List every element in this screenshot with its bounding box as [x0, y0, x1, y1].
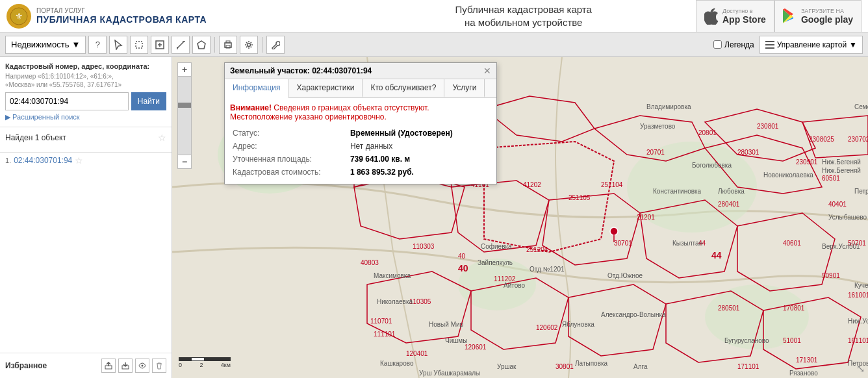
- googleplay-name: Google play: [801, 14, 853, 25]
- svg-text:Константиновка: Константиновка: [653, 188, 702, 195]
- popup-close-button[interactable]: ✕: [483, 66, 491, 75]
- result-link[interactable]: 02:44:030701:94: [14, 156, 72, 165]
- favorites-export-button[interactable]: [101, 359, 116, 373]
- map-control-label: Управление картой: [777, 40, 847, 49]
- legend-checkbox-label[interactable]: Легенда: [713, 40, 754, 49]
- svg-text:Уршак: Уршак: [497, 363, 517, 370]
- popup-tab-info[interactable]: Информация: [225, 79, 288, 98]
- popup-tab-characteristics[interactable]: Характеристики: [288, 79, 363, 97]
- svg-text:230801: 230801: [757, 123, 779, 130]
- svg-text:251104: 251104: [601, 181, 623, 188]
- measure-line-button[interactable]: [172, 36, 190, 54]
- googleplay-text: ЗАГРУЗИТЕ НА Google play: [801, 8, 853, 25]
- svg-text:120401: 120401: [406, 350, 428, 357]
- import-icon: [121, 362, 129, 370]
- popup-tab-services[interactable]: Услуги: [444, 79, 485, 97]
- favorites-section: Избранное: [0, 353, 172, 378]
- zoom-slider[interactable]: [177, 77, 192, 155]
- favorites-view-button[interactable]: [135, 359, 149, 373]
- search-hint: Например «61:6:10104:12», «61:6:», «Моск…: [5, 72, 166, 89]
- svg-text:Новый Мир: Новый Мир: [429, 321, 464, 328]
- logo-text: ПОРТАЛ УСЛУГ ПУБЛИЧНАЯ КАДАСТРОВАЯ КАРТА: [36, 7, 207, 25]
- svg-rect-2: [136, 42, 142, 48]
- svg-text:30701: 30701: [614, 240, 632, 247]
- search-button[interactable]: Найти: [131, 92, 166, 110]
- svg-text:40: 40: [458, 253, 466, 260]
- svg-text:171101: 171101: [737, 363, 760, 370]
- zoom-area-button[interactable]: [151, 36, 169, 54]
- svg-text:171301: 171301: [796, 357, 818, 364]
- print-button[interactable]: [219, 36, 237, 54]
- svg-point-21: [142, 365, 144, 367]
- svg-text:44: 44: [711, 250, 722, 260]
- map-area[interactable]: 50101 50103 40803 110701 40 40 110303 11…: [172, 57, 868, 378]
- zoom-in-button[interactable]: +: [177, 62, 192, 77]
- legend-checkbox[interactable]: [713, 40, 722, 49]
- svg-marker-9: [198, 41, 205, 49]
- svg-text:120602: 120602: [536, 324, 558, 331]
- svg-text:Уразметово: Уразметово: [640, 123, 676, 130]
- svg-text:2308025: 2308025: [809, 136, 834, 143]
- help-button[interactable]: ?: [88, 36, 107, 54]
- svg-text:251105: 251105: [568, 194, 591, 201]
- svg-text:Новониколаевка: Новониколаевка: [763, 171, 813, 179]
- googleplay-button[interactable]: ЗАГРУЗИТЕ НА Google play: [774, 0, 862, 32]
- appstore-text: Доступно в App Store: [722, 8, 766, 25]
- pointer-button[interactable]: [109, 36, 127, 54]
- settings-icon: [244, 40, 253, 49]
- results-count: Найден 1 объект: [5, 133, 66, 142]
- svg-text:Александро-Волынка: Александро-Волынка: [601, 311, 666, 318]
- realty-dropdown[interactable]: Недвижимость ▼: [5, 36, 86, 54]
- svg-text:Алга: Алга: [633, 363, 648, 370]
- parcel-popup: Земельный участок: 02:44:030701:94 ✕ Инф…: [224, 62, 497, 184]
- popup-table: Статус: Временный (Удостоверен) Адрес: Н…: [230, 127, 491, 179]
- zoom-controls: + −: [177, 62, 192, 169]
- field-label-status: Статус:: [230, 127, 348, 140]
- map-control-button[interactable]: Управление картой ▼: [760, 36, 863, 54]
- popup-tab-service[interactable]: Кто обслуживает?: [363, 79, 444, 97]
- toolbar-sep-1: [214, 37, 215, 53]
- favorites-import-button[interactable]: [118, 359, 133, 373]
- results-star-icon[interactable]: ☆: [158, 132, 166, 143]
- svg-text:20801: 20801: [698, 129, 717, 136]
- appstore-name: App Store: [722, 14, 766, 25]
- field-label-cost: Кадастровая стоимость:: [230, 166, 348, 179]
- svg-text:Зайпелкуль: Зайпелкуль: [478, 259, 513, 266]
- popup-title: Земельный участок: 02:44:030701:94: [230, 66, 372, 75]
- svg-text:Ниж.Уса701: Ниж.Уса701: [848, 318, 868, 325]
- app-buttons: Доступно в App Store ЗАГРУЗИТЕ НА Google…: [696, 0, 862, 32]
- logo-section: ⚜ ПОРТАЛ УСЛУГ ПУБЛИЧНАЯ КАДАСТРОВАЯ КАР…: [6, 4, 351, 29]
- advanced-search-link[interactable]: ▶ Расширенный поиск: [5, 113, 166, 121]
- zoom-out-button[interactable]: −: [177, 155, 192, 169]
- realty-dropdown-label: Недвижимость: [11, 40, 69, 49]
- portal-label: ПОРТАЛ УСЛУГ: [36, 7, 207, 14]
- resize-icon[interactable]: ⤡: [856, 362, 865, 375]
- svg-text:170801: 170801: [783, 305, 805, 312]
- svg-rect-15: [765, 44, 774, 45]
- measure-area-icon: [197, 40, 206, 49]
- settings-button[interactable]: [240, 36, 258, 54]
- print-icon: [223, 40, 233, 49]
- table-row: Уточненная площадь: 739 641.00 кв. м: [230, 153, 491, 166]
- list-item[interactable]: 1. 02:44:030701:94 ☆: [5, 153, 166, 168]
- svg-text:60501: 60501: [822, 175, 840, 182]
- field-label-address: Адрес:: [230, 140, 348, 153]
- table-row: Статус: Временный (Удостоверен): [230, 127, 491, 140]
- svg-text:161101: 161101: [848, 337, 868, 344]
- measure-area-button[interactable]: [192, 36, 211, 54]
- extra-button[interactable]: [266, 36, 285, 54]
- select-button[interactable]: [130, 36, 148, 54]
- field-label-area: Уточненная площадь:: [230, 153, 348, 166]
- appstore-button[interactable]: Доступно в App Store: [696, 0, 774, 32]
- zoom-area-icon: [155, 40, 164, 49]
- header: ⚜ ПОРТАЛ УСЛУГ ПУБЛИЧНАЯ КАДАСТРОВАЯ КАР…: [0, 0, 868, 32]
- svg-text:21201: 21201: [637, 214, 655, 221]
- scale-label-4: 4км: [221, 362, 231, 368]
- svg-text:Софиевка: Софиевка: [481, 243, 512, 250]
- favorites-delete-button[interactable]: [152, 359, 166, 373]
- result-star-icon[interactable]: ☆: [75, 155, 83, 166]
- logo-emblem: ⚜: [6, 4, 31, 29]
- map-control-chevron-icon: ▼: [849, 40, 857, 49]
- result-num: 1.: [5, 157, 11, 164]
- search-input[interactable]: [5, 92, 129, 110]
